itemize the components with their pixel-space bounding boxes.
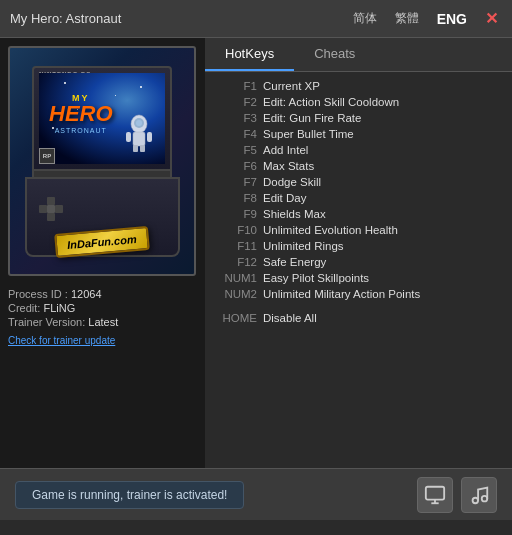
hotkey-row: F2Edit: Action Skill Cooldown [215,94,502,110]
rating-badge: RP [39,148,55,164]
svg-point-2 [136,120,142,126]
lang-english[interactable]: ENG [433,9,471,29]
ds-hinge [32,171,172,177]
hotkey-desc: Edit Day [263,192,306,204]
hotkey-row: F12Safe Energy [215,254,502,270]
hotkey-key: F8 [215,192,257,204]
svg-rect-4 [133,145,138,152]
home-key-desc: Disable All [263,312,317,324]
hotkey-key: F10 [215,224,257,236]
version-label: Trainer Version: [8,316,85,328]
tab-cheats[interactable]: Cheats [294,38,375,71]
hotkey-row: F10Unlimited Evolution Health [215,222,502,238]
hotkey-desc: Easy Pilot Skillpoints [263,272,369,284]
tabs-container: HotKeys Cheats [205,38,512,72]
music-icon [468,484,490,506]
hotkey-key: F2 [215,96,257,108]
process-id-label: Process ID : [8,288,68,300]
hotkey-key: NUM1 [215,272,257,284]
hotkey-key: F12 [215,256,257,268]
lang-controls: 简体 繁體 ENG ✕ [349,8,502,29]
hotkey-desc: Current XP [263,80,320,92]
svg-rect-5 [140,145,145,152]
hotkey-desc: Super Bullet Time [263,128,354,140]
status-message: Game is running, trainer is activated! [15,481,244,509]
title-bar: My Hero: Astronaut 简体 繁體 ENG ✕ [0,0,512,38]
process-id-line: Process ID : 12064 [8,288,197,300]
app-title: My Hero: Astronaut [10,11,121,26]
game-cover: NINTENDO DS MY HERO ASTRONAUT [8,46,196,276]
hotkey-desc: Edit: Gun Fire Rate [263,112,361,124]
svg-rect-6 [126,132,131,142]
hotkeys-content: F1Current XPF2Edit: Action Skill Cooldow… [205,72,512,468]
hotkey-row: F7Dodge Skill [215,174,502,190]
hotkey-row: F6Max Stats [215,158,502,174]
lang-traditional[interactable]: 繁體 [391,8,423,29]
hotkey-row: F3Edit: Gun Fire Rate [215,110,502,126]
star-decoration [64,82,66,84]
home-hotkey-row: HOMEDisable All [215,310,502,326]
ds-screen: MY HERO ASTRONAUT [39,73,165,164]
hotkey-desc: Shields Max [263,208,326,220]
hotkey-key: NUM2 [215,288,257,300]
hotkey-key: F3 [215,112,257,124]
status-icons [417,477,497,513]
hotkey-key: F4 [215,128,257,140]
hotkey-row: F11Unlimited Rings [215,238,502,254]
monitor-icon [424,484,446,506]
status-bar: Game is running, trainer is activated! [0,468,512,520]
svg-rect-10 [47,205,55,213]
home-key-label: HOME [215,312,257,324]
hotkey-desc: Unlimited Military Action Points [263,288,420,300]
hotkey-desc: Add Intel [263,144,308,156]
hotkey-row: F8Edit Day [215,190,502,206]
tab-hotkeys[interactable]: HotKeys [205,38,294,71]
process-id-value: 12064 [71,288,102,300]
svg-rect-9 [39,205,47,213]
hotkey-desc: Dodge Skill [263,176,321,188]
hotkey-row: F5Add Intel [215,142,502,158]
monitor-button[interactable] [417,477,453,513]
svg-rect-7 [147,132,152,142]
hotkey-key: F6 [215,160,257,172]
update-link[interactable]: Check for trainer update [8,335,115,346]
hotkey-row: NUM1Easy Pilot Skillpoints [215,270,502,286]
svg-rect-11 [55,205,63,213]
svg-rect-3 [133,132,145,146]
hotkey-desc: Safe Energy [263,256,326,268]
svg-rect-13 [426,486,444,499]
watermark-overlay: InDaFun.com [10,230,194,254]
hotkey-key: F11 [215,240,257,252]
hero-label: HERO [49,103,113,125]
hotkey-desc: Max Stats [263,160,314,172]
hotkey-key: F5 [215,144,257,156]
lang-simplified[interactable]: 简体 [349,8,381,29]
version-line: Trainer Version: Latest [8,316,197,328]
svg-rect-12 [47,213,55,221]
hotkey-key: F1 [215,80,257,92]
hotkey-key: F7 [215,176,257,188]
music-button[interactable] [461,477,497,513]
left-panel: NINTENDO DS MY HERO ASTRONAUT [0,38,205,468]
hotkey-desc: Edit: Action Skill Cooldown [263,96,399,108]
svg-rect-8 [47,197,55,205]
hotkey-row: F4Super Bullet Time [215,126,502,142]
credit-line: Credit: FLiNG [8,302,197,314]
star-decoration [140,86,142,88]
hotkey-key: F9 [215,208,257,220]
version-value: Latest [88,316,118,328]
close-button[interactable]: ✕ [481,9,502,28]
dpad-decoration [39,197,63,225]
watermark-text: InDaFun.com [54,226,149,258]
hotkey-desc: Unlimited Rings [263,240,344,252]
credit-value: FLiNG [43,302,75,314]
right-panel: HotKeys Cheats F1Current XPF2Edit: Actio… [205,38,512,468]
main-content: NINTENDO DS MY HERO ASTRONAUT [0,38,512,468]
hotkey-row: F9Shields Max [215,206,502,222]
hero-logo: MY HERO ASTRONAUT [49,93,113,134]
hotkey-row: NUM2Unlimited Military Action Points [215,286,502,302]
ds-top-screen: NINTENDO DS MY HERO ASTRONAUT [32,66,172,171]
credit-label: Credit: [8,302,43,314]
astronaut-subtitle: ASTRONAUT [55,127,107,134]
astronaut-figure [125,112,153,156]
